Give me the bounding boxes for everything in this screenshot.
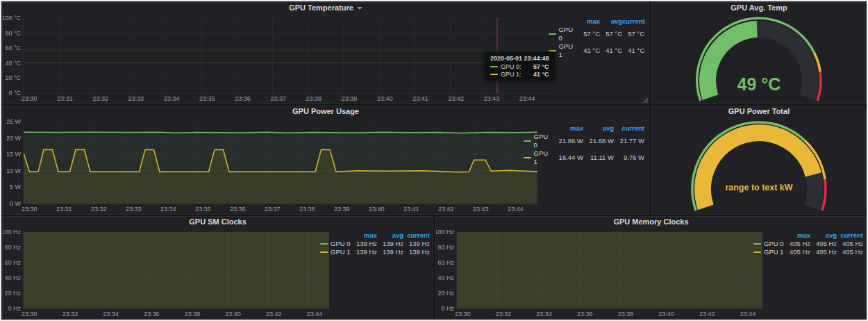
chevron-down-icon — [357, 7, 362, 10]
panel-title-gpu-power-total[interactable]: GPU Power Total — [652, 106, 866, 117]
gpu-power-usage-legend: max avg current GPU 0 21.86 W 21.68 W 21… — [524, 124, 644, 166]
panel-gpu-power-total: GPU Power Total range to text kW — [651, 106, 867, 215]
svg-text:23:30: 23:30 — [455, 311, 471, 318]
legend-header-current[interactable]: current — [622, 17, 644, 26]
legend-header-max[interactable]: max — [578, 17, 600, 26]
legend-series-gpu1[interactable]: GPU 1 — [320, 248, 351, 256]
grafana-dashboard: GPU Temperature 100 °C80 °C60 °C40 °C20 … — [0, 0, 868, 321]
panel-title-gpu-memory-clocks[interactable]: GPU Memory Clocks — [436, 217, 866, 227]
svg-text:23:44: 23:44 — [519, 95, 535, 102]
gpu-temperature-plot[interactable]: 100 °C80 °C60 °C40 °C20 °C0 °C23:3023:31… — [3, 13, 558, 103]
svg-text:20 °C: 20 °C — [5, 74, 21, 81]
svg-text:80 °C: 80 °C — [5, 30, 21, 37]
legend-value: 405 Hz — [837, 240, 863, 248]
svg-text:60 Hz: 60 Hz — [437, 259, 454, 266]
gpu-memory-clocks-legend: max avg current GPU 0 405 Hz 405 Hz 405 … — [753, 231, 863, 256]
svg-text:23:36: 23:36 — [230, 206, 246, 213]
svg-text:23:32: 23:32 — [62, 311, 78, 318]
svg-text:23:35: 23:35 — [195, 206, 211, 213]
svg-text:23:38: 23:38 — [618, 311, 634, 318]
legend-header-row: max avg current — [320, 231, 430, 240]
legend-header-current[interactable]: current — [837, 231, 863, 240]
legend-header-max[interactable]: max — [351, 231, 377, 240]
gpu-temperature-legend: max avg current GPU 0 57 °C 57 °C 57 °C … — [549, 17, 644, 59]
tooltip-timestamp: 2020-05-01 23:44:48 — [490, 55, 549, 62]
gpu-power-usage-plot[interactable]: 25 W20 W15 W10 W5 W0 W23:3023:3123:3223:… — [3, 117, 539, 213]
legend-header-row: max avg current — [753, 231, 863, 240]
legend-header-avg[interactable]: avg — [810, 231, 837, 240]
legend-header-max[interactable]: max — [553, 124, 583, 133]
svg-text:0 °C: 0 °C — [8, 90, 21, 97]
svg-text:23:34: 23:34 — [160, 206, 176, 213]
panel-title-gpu-sm-clocks[interactable]: GPU SM Clocks — [3, 217, 433, 227]
legend-series-gpu1[interactable]: GPU 1 — [524, 149, 553, 166]
panel-title-text: GPU SM Clocks — [189, 217, 247, 226]
series-swatch-icon — [320, 243, 328, 245]
legend-value: 405 Hz — [810, 240, 837, 248]
svg-text:0 Hz: 0 Hz — [8, 305, 21, 312]
svg-text:0 Hz: 0 Hz — [441, 305, 454, 312]
svg-text:23:31: 23:31 — [56, 206, 72, 213]
panel-gpu-temperature: GPU Temperature 100 °C80 °C60 °C40 °C20 … — [2, 2, 649, 104]
panel-title-gpu-temperature[interactable]: GPU Temperature — [3, 3, 649, 13]
legend-value: 21.86 W — [553, 137, 583, 145]
series-swatch-icon — [490, 66, 498, 67]
svg-text:0 W: 0 W — [10, 200, 22, 207]
legend-header-current[interactable]: current — [403, 231, 430, 240]
series-swatch-icon — [490, 74, 498, 75]
svg-text:23:38: 23:38 — [185, 311, 201, 318]
svg-text:23:44: 23:44 — [508, 206, 524, 213]
legend-value: 139 Hz — [351, 240, 377, 248]
legend-header-avg[interactable]: avg — [377, 231, 403, 240]
legend-value: 16.44 W — [553, 154, 583, 162]
legend-value: 57 °C — [578, 30, 600, 38]
legend-value: 11.11 W — [583, 154, 614, 162]
legend-series-gpu1[interactable]: GPU 1 — [753, 248, 784, 256]
legend-series-gpu0[interactable]: GPU 0 — [753, 240, 784, 248]
svg-text:23:42: 23:42 — [699, 311, 715, 318]
legend-value: 405 Hz — [784, 240, 810, 248]
svg-text:40 Hz: 40 Hz — [437, 274, 454, 281]
legend-header-max[interactable]: max — [784, 231, 810, 240]
svg-text:60 °C: 60 °C — [5, 44, 21, 51]
svg-text:23:39: 23:39 — [334, 206, 350, 213]
legend-header-avg[interactable]: avg — [583, 124, 614, 133]
legend-header-current[interactable]: current — [614, 124, 644, 133]
legend-value: 139 Hz — [403, 240, 430, 248]
svg-text:23:33: 23:33 — [128, 95, 144, 102]
svg-text:100 Hz: 100 Hz — [436, 229, 454, 236]
legend-series-gpu0[interactable]: GPU 0 — [524, 133, 553, 149]
svg-text:23:42: 23:42 — [438, 206, 454, 213]
svg-text:100 °C: 100 °C — [3, 15, 21, 22]
panel-gpu-memory-clocks: GPU Memory Clocks 100 Hz80 Hz60 Hz40 Hz2… — [435, 216, 867, 320]
gpu-sm-clocks-plot[interactable]: 100 Hz80 Hz60 Hz40 Hz20 Hz0 Hz23:3023:32… — [3, 227, 331, 318]
svg-text:23:43: 23:43 — [473, 206, 489, 213]
svg-text:80 Hz: 80 Hz — [437, 244, 454, 251]
svg-text:23:41: 23:41 — [412, 95, 428, 102]
panel-title-text: GPU Memory Clocks — [613, 217, 688, 226]
panel-title-text: GPU Temperature — [289, 3, 353, 12]
svg-text:23:40: 23:40 — [225, 311, 241, 318]
legend-series-gpu0[interactable]: GPU 0 — [549, 26, 578, 42]
svg-text:100 Hz: 100 Hz — [3, 229, 21, 236]
panel-resize-handle[interactable] — [642, 97, 648, 103]
svg-text:23:44: 23:44 — [740, 311, 756, 318]
legend-row-gpu0: GPU 0 21.86 W 21.68 W 21.77 W — [524, 133, 644, 149]
svg-text:23:30: 23:30 — [22, 206, 37, 213]
svg-text:40 Hz: 40 Hz — [4, 274, 21, 281]
panel-gpu-sm-clocks: GPU SM Clocks 100 Hz80 Hz60 Hz40 Hz20 Hz… — [2, 216, 433, 320]
svg-text:23:43: 23:43 — [484, 95, 500, 102]
legend-row-gpu1: GPU 1 139 Hz 139 Hz 139 Hz — [320, 248, 430, 256]
panel-title-gpu-avg-temp[interactable]: GPU Avg. Temp — [652, 3, 866, 13]
legend-value: 57 °C — [600, 30, 622, 38]
svg-text:23:31: 23:31 — [57, 95, 73, 102]
gpu-memory-clocks-plot[interactable]: 100 Hz80 Hz60 Hz40 Hz20 Hz0 Hz23:3023:32… — [436, 227, 764, 318]
legend-row-gpu1: GPU 1 16.44 W 11.11 W 9.76 W — [524, 149, 644, 166]
svg-text:23:42: 23:42 — [266, 311, 282, 318]
legend-value: 139 Hz — [351, 248, 377, 256]
svg-text:23:38: 23:38 — [299, 206, 315, 213]
panel-title-gpu-power-usage[interactable]: GPU Power Usage — [3, 106, 649, 117]
legend-header-avg[interactable]: avg — [600, 17, 622, 26]
legend-series-gpu0[interactable]: GPU 0 — [320, 240, 351, 248]
svg-text:23:44: 23:44 — [307, 311, 323, 318]
